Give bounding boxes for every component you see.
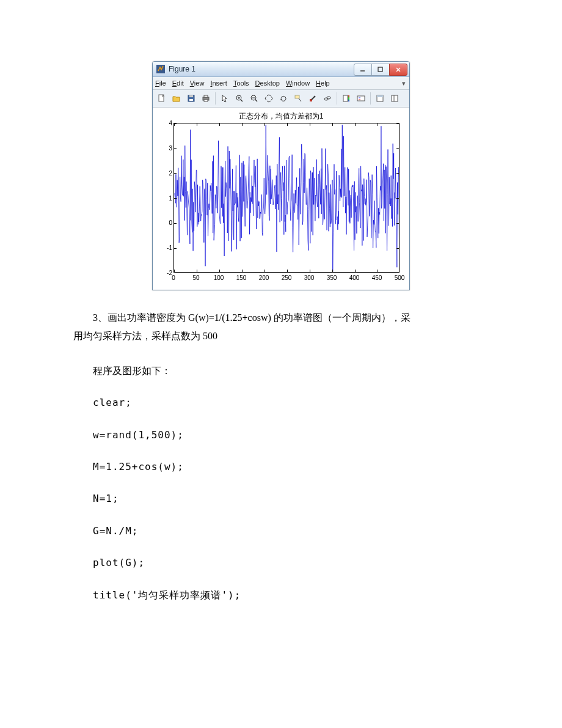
data-cursor-icon [294, 94, 302, 103]
dock-icon [390, 94, 399, 103]
rotate-icon [279, 94, 288, 103]
titlebar[interactable]: Figure 1 [153, 62, 409, 77]
svg-rect-34 [392, 95, 398, 101]
svg-rect-2 [378, 67, 382, 72]
svg-rect-27 [343, 95, 348, 101]
menu-file[interactable]: File [155, 79, 166, 87]
menu-desktop[interactable]: Desktop [255, 79, 280, 87]
menu-window[interactable]: Window [286, 79, 310, 87]
print-button[interactable] [199, 92, 213, 105]
program-header: 程序及图形如下： [73, 362, 489, 380]
svg-rect-9 [189, 95, 193, 97]
x-labels: 050100150200250300350400450500 [173, 274, 401, 283]
figure-container: Figure 1 File Edit View [73, 61, 489, 290]
menu-edit[interactable]: Edit [172, 79, 184, 87]
menu-tools[interactable]: Tools [233, 79, 249, 87]
zoom-in-button[interactable] [233, 92, 246, 105]
hide-tools-icon [376, 94, 384, 103]
svg-rect-8 [189, 99, 193, 101]
axes-frame [173, 123, 400, 273]
open-button[interactable] [170, 92, 183, 105]
hide-tools-button[interactable] [373, 92, 387, 105]
close-icon [395, 67, 401, 73]
code-line-7: title('均匀采样功率频谱'); [73, 586, 489, 605]
maximize-button[interactable] [371, 64, 390, 76]
pointer-button[interactable] [218, 92, 232, 105]
new-file-icon [158, 94, 166, 103]
svg-marker-20 [280, 98, 282, 100]
matlab-figure-window: Figure 1 File Edit View [152, 61, 410, 290]
menu-more-icon[interactable]: ▾ [402, 79, 406, 87]
open-icon [172, 94, 181, 103]
q3-text-line2: 用均匀采样方法，采样点数为 500 [73, 327, 489, 345]
svg-rect-28 [348, 95, 349, 101]
toolbar [153, 90, 409, 108]
pan-icon [265, 94, 273, 103]
q3-text-line1: 3、画出功率谱密度为 G(w)=1/(1.25+cosw) 的功率谱图（一个周期… [73, 309, 489, 327]
legend-button[interactable] [354, 92, 368, 105]
document-body: 3、画出功率谱密度为 G(w)=1/(1.25+cosw) 的功率谱图（一个周期… [73, 309, 489, 605]
link-button[interactable] [321, 92, 334, 105]
svg-rect-33 [377, 95, 383, 97]
new-file-button[interactable] [155, 92, 169, 105]
menu-help[interactable]: Help [316, 79, 330, 87]
svg-line-18 [255, 100, 257, 101]
brush-icon [308, 94, 317, 103]
code-line-6: plot(G); [73, 554, 489, 572]
svg-rect-11 [204, 95, 208, 97]
code-line-3: M=1.25+cos(w); [73, 458, 489, 476]
code-line-1: clear; [73, 394, 489, 412]
save-icon [187, 94, 195, 103]
colorbar-button[interactable] [340, 92, 353, 105]
colorbar-icon [342, 94, 351, 103]
minimize-button[interactable] [354, 64, 372, 76]
data-cursor-button[interactable] [291, 92, 305, 105]
window-controls [354, 64, 407, 75]
zoom-out-button[interactable] [247, 92, 261, 105]
svg-line-22 [299, 98, 301, 101]
print-icon [202, 94, 210, 103]
menubar: File Edit View Insert Tools Desktop Wind… [153, 77, 409, 90]
plot-title: 正态分布，均值方差都为1 [155, 111, 407, 122]
save-button[interactable] [184, 92, 198, 105]
svg-line-14 [241, 100, 243, 101]
brush-button[interactable] [306, 92, 319, 105]
menu-view[interactable]: View [190, 79, 205, 87]
svg-rect-29 [357, 96, 365, 101]
window-title: Figure 1 [169, 65, 354, 73]
pointer-icon [221, 94, 229, 103]
pan-button[interactable] [262, 92, 276, 105]
close-button[interactable] [389, 64, 407, 76]
zoom-out-icon [250, 94, 258, 103]
code-line-4: N=1; [73, 490, 489, 508]
code-line-2: w=rand(1,500); [73, 426, 489, 444]
svg-rect-12 [204, 100, 208, 101]
plot-box: -2-101234 050100150200250300350400450500 [173, 123, 401, 273]
maximize-icon [378, 67, 384, 73]
menu-insert[interactable]: Insert [210, 79, 227, 87]
svg-line-24 [312, 96, 315, 100]
y-labels: -2-101234 [160, 123, 172, 273]
rotate-button[interactable] [277, 92, 290, 105]
svg-rect-21 [295, 95, 299, 98]
minimize-icon [360, 67, 366, 73]
axes-area[interactable]: 正态分布，均值方差都为1 -2-101234 05010015020025030… [153, 108, 409, 290]
zoom-in-icon [235, 94, 244, 103]
code-line-5: G=N./M; [73, 522, 489, 540]
dock-button[interactable] [388, 92, 401, 105]
legend-icon [357, 94, 365, 103]
matlab-icon [156, 64, 166, 74]
signal-line [174, 123, 400, 273]
link-icon [323, 94, 332, 103]
